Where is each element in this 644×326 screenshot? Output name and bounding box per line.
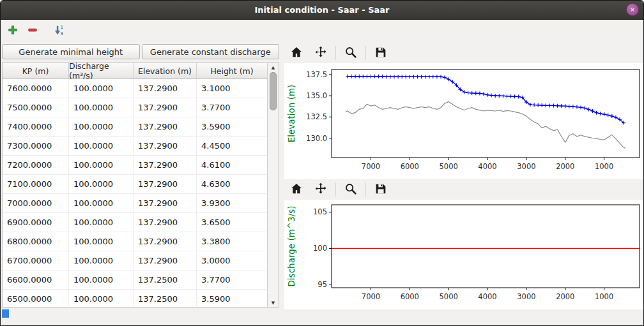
- table-cell[interactable]: 4.6100: [197, 156, 267, 174]
- close-button[interactable]: ×: [626, 3, 639, 16]
- svg-text:9: 9: [61, 31, 63, 35]
- table-vertical-scrollbar[interactable]: ▲ ▼: [267, 63, 279, 307]
- plus-icon: [6, 24, 19, 38]
- scroll-down-button[interactable]: ▼: [268, 299, 279, 307]
- remove-row-button[interactable]: [24, 22, 42, 40]
- table-cell[interactable]: 137.2900: [134, 251, 197, 270]
- table-cell[interactable]: 3.5900: [197, 290, 267, 306]
- table-cell[interactable]: 100.0000: [69, 117, 134, 136]
- table-cell[interactable]: 100.0000: [69, 232, 134, 251]
- table-cell[interactable]: 4.6300: [197, 175, 267, 193]
- svg-text:1: 1: [61, 24, 63, 29]
- sort-ascending-icon: 1 9: [53, 24, 66, 38]
- table-cell[interactable]: 100.0000: [69, 156, 134, 174]
- x-tick-label: 3000: [517, 162, 535, 171]
- table-row[interactable]: 6800.0000100.0000137.29003.3800: [3, 232, 267, 251]
- table-cell[interactable]: 7100.0000: [3, 175, 69, 193]
- table-cell[interactable]: 3.5900: [197, 117, 267, 136]
- table-cell[interactable]: 3.0000: [197, 251, 267, 270]
- pan-button[interactable]: [311, 44, 330, 62]
- table-cell[interactable]: 137.2500: [134, 290, 197, 306]
- scrollbar-thumb[interactable]: [270, 72, 277, 110]
- home-icon: [289, 45, 303, 61]
- table-cell[interactable]: 7600.0000: [3, 79, 69, 98]
- table-horizontal-scrollbar-thumb[interactable]: [2, 309, 9, 318]
- generate-minimal-height-button[interactable]: Generate minimal height: [2, 44, 140, 59]
- add-row-button[interactable]: [4, 22, 22, 40]
- table-cell[interactable]: 137.2900: [134, 232, 197, 251]
- button-row: Generate minimal height Generate constan…: [2, 44, 279, 59]
- table-cell[interactable]: 7200.0000: [3, 156, 69, 174]
- table-cell[interactable]: 3.1000: [197, 79, 267, 98]
- table-cell[interactable]: 6800.0000: [3, 232, 69, 251]
- home-button[interactable]: [287, 44, 306, 62]
- zoom-button[interactable]: [341, 181, 360, 198]
- table-cell[interactable]: 137.2900: [134, 117, 197, 136]
- table-row[interactable]: 6700.0000100.0000137.29003.0000: [3, 251, 267, 270]
- table-row[interactable]: 6600.0000100.0000137.25003.7700: [3, 270, 267, 290]
- sort-button[interactable]: 1 9: [50, 22, 68, 40]
- titlebar[interactable]: Initial condition - Saar - Saar ×: [1, 1, 643, 20]
- discharge-chart[interactable]: 700060005000400030002000100095100105Disc…: [284, 200, 644, 309]
- table-cell[interactable]: 6600.0000: [3, 270, 69, 289]
- table-cell[interactable]: 100.0000: [69, 79, 134, 98]
- zoom-button[interactable]: [341, 44, 360, 62]
- column-header[interactable]: KP (m): [3, 63, 69, 78]
- column-header[interactable]: Discharge (m³/s): [69, 63, 134, 78]
- table-cell[interactable]: 137.2900: [134, 175, 197, 193]
- table-row[interactable]: 6500.0000100.0000137.25003.5900: [3, 290, 267, 306]
- x-tick-label: 5000: [440, 162, 458, 171]
- table-cell[interactable]: 6700.0000: [3, 251, 69, 270]
- table-cell[interactable]: 100.0000: [69, 194, 134, 212]
- scroll-up-button[interactable]: ▲: [268, 63, 279, 71]
- table-cell[interactable]: 100.0000: [69, 270, 134, 289]
- save-icon: [374, 45, 388, 61]
- table-row[interactable]: 7400.0000100.0000137.29003.5900: [3, 117, 267, 137]
- column-header[interactable]: Elevation (m): [134, 63, 197, 78]
- table-cell[interactable]: 137.2900: [134, 137, 197, 155]
- column-header[interactable]: Height (m): [197, 63, 267, 78]
- home-button[interactable]: [287, 181, 306, 198]
- table-row[interactable]: 7300.0000100.0000137.29004.4500: [3, 137, 267, 156]
- table-cell[interactable]: 3.3800: [197, 232, 267, 251]
- table-row[interactable]: 7000.0000100.0000137.29003.9300: [3, 194, 267, 213]
- table-cell[interactable]: 137.2900: [134, 98, 197, 117]
- table-cell[interactable]: 3.7700: [197, 270, 267, 289]
- table-cell[interactable]: 100.0000: [69, 213, 134, 232]
- table-cell[interactable]: 100.0000: [69, 251, 134, 270]
- table-cell[interactable]: 100.0000: [69, 98, 134, 117]
- table-cell[interactable]: 100.0000: [69, 175, 134, 193]
- y-tick-label: 132.5: [306, 112, 327, 121]
- generate-constant-discharge-button[interactable]: Generate constant discharge: [142, 44, 280, 59]
- pan-button[interactable]: [311, 181, 330, 198]
- save-button[interactable]: [371, 181, 390, 198]
- x-tick-label: 1000: [595, 292, 613, 301]
- table-cell[interactable]: 7400.0000: [3, 117, 69, 136]
- table-row[interactable]: 7500.0000100.0000137.29003.7700: [3, 98, 267, 117]
- table-cell[interactable]: 137.2900: [134, 213, 197, 232]
- table-row[interactable]: 7600.0000100.0000137.29003.1000: [3, 79, 267, 98]
- table-cell[interactable]: 6500.0000: [3, 290, 69, 306]
- table-cell[interactable]: 7300.0000: [3, 137, 69, 155]
- table-cell[interactable]: 137.2900: [134, 194, 197, 212]
- table-row[interactable]: 7100.0000100.0000137.29004.6300: [3, 175, 267, 194]
- table-cell[interactable]: 137.2500: [134, 270, 197, 289]
- save-button[interactable]: [371, 44, 390, 62]
- table-cell[interactable]: 3.6500: [197, 213, 267, 232]
- table-cell[interactable]: 100.0000: [69, 137, 134, 155]
- table-cell[interactable]: 3.9300: [197, 194, 267, 212]
- table-cell[interactable]: 7500.0000: [3, 98, 69, 117]
- table-row[interactable]: 6900.0000100.0000137.29003.6500: [3, 213, 267, 232]
- y-tick-label: 100: [313, 244, 327, 253]
- table-cell[interactable]: 6900.0000: [3, 213, 69, 232]
- table-cell[interactable]: 7000.0000: [3, 194, 69, 212]
- x-tick-label: 4000: [478, 292, 496, 301]
- y-tick-label: 95: [318, 280, 327, 289]
- table-cell[interactable]: 100.0000: [69, 290, 134, 306]
- table-cell[interactable]: 137.2900: [134, 79, 197, 98]
- table-cell[interactable]: 4.4500: [197, 137, 267, 155]
- table-cell[interactable]: 137.2900: [134, 156, 197, 174]
- elevation-chart[interactable]: 7000600050004000300020001000130.0132.513…: [284, 63, 644, 179]
- table-cell[interactable]: 3.7700: [197, 98, 267, 117]
- table-row[interactable]: 7200.0000100.0000137.29004.6100: [3, 156, 267, 175]
